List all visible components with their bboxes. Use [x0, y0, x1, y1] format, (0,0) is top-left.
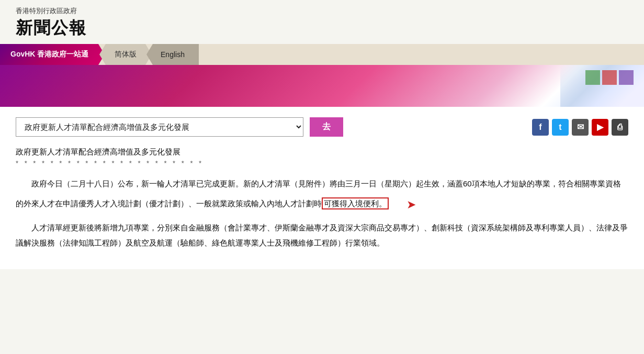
- header-subtitle: 香港特別行政區政府: [16, 6, 628, 16]
- go-button[interactable]: 去: [310, 117, 343, 137]
- banner-decoration: [585, 70, 634, 85]
- banner: [0, 65, 644, 107]
- email-icon[interactable]: ✉: [572, 119, 589, 136]
- twitter-icon[interactable]: t: [552, 119, 569, 136]
- paragraph-1: 政府今日（二月十八日）公布，新一輪人才清單已完成更新。新的人才清單（見附件）將由…: [16, 176, 628, 213]
- dropdown-row: 政府更新人才清單配合經濟高增值及多元化發展 去 f t ✉ ▶ ⎙: [16, 117, 628, 137]
- header: 香港特別行政區政府 新聞公報: [0, 0, 644, 44]
- red-arrow-icon: ➤: [391, 194, 416, 216]
- article-body: 政府今日（二月十八日）公布，新一輪人才清單已完成更新。新的人才清單（見附件）將由…: [16, 176, 628, 250]
- banner-square-red: [602, 70, 617, 85]
- header-title: 新聞公報: [16, 17, 628, 40]
- print-icon[interactable]: ⎙: [612, 119, 628, 136]
- nav-english[interactable]: English: [146, 44, 199, 65]
- nav-simplified[interactable]: 简体版: [99, 44, 152, 65]
- nav-govhk[interactable]: GovHK 香港政府一站通: [0, 44, 105, 65]
- navbar: GovHK 香港政府一站通 简体版 English: [0, 44, 644, 65]
- highlighted-text: 可獲得入境便利。: [322, 197, 389, 209]
- article-title: 政府更新人才清單配合經濟高增值及多元化發展: [16, 147, 628, 157]
- paragraph-2: 人才清單經更新後將新增九項專業，分別來自金融服務（會計業專才、伊斯蘭金融專才及資…: [16, 220, 628, 250]
- article-dropdown[interactable]: 政府更新人才清單配合經濟高增值及多元化發展: [16, 117, 303, 137]
- main-content: 政府更新人才清單配合經濟高增值及多元化發展 去 f t ✉ ▶ ⎙ 政府更新人才…: [0, 107, 644, 269]
- article-divider: * * * * * * * * * * * * * * * * * * * * …: [16, 159, 628, 167]
- banner-square-green: [585, 70, 600, 85]
- social-icons: f t ✉ ▶ ⎙: [532, 119, 628, 136]
- youtube-icon[interactable]: ▶: [592, 119, 608, 136]
- facebook-icon[interactable]: f: [532, 119, 549, 136]
- banner-square-purple: [619, 70, 634, 85]
